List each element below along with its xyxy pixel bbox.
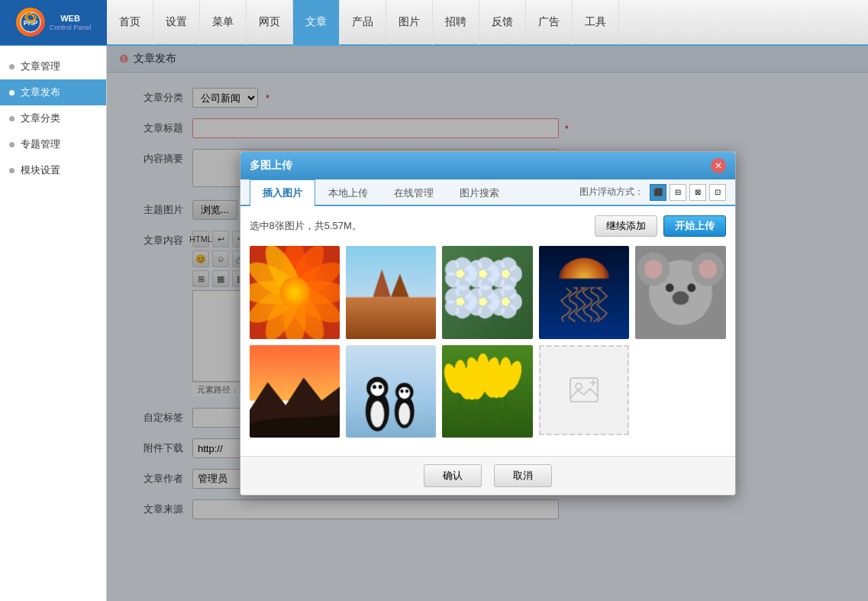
main-layout: 文章管理 文章发布 文章分类 专题管理 模块设置 ❶ 文章发布 文 <box>0 46 868 601</box>
main-content: ❶ 文章发布 文章分类 公司新闻 * 文章标题 * <box>107 46 868 601</box>
nav-item-ad[interactable]: 广告 <box>526 0 573 45</box>
nav-item-settings[interactable]: 设置 <box>153 0 200 45</box>
nav-item-menu[interactable]: 菜单 <box>200 0 247 45</box>
continue-add-button[interactable]: 继续添加 <box>595 215 657 237</box>
modal-tab-online[interactable]: 在线管理 <box>381 179 447 206</box>
modal-tab-upload[interactable]: 本地上传 <box>315 179 381 206</box>
float-btn-small[interactable]: ⊟ <box>670 184 686 201</box>
modal-tab-insert[interactable]: 插入图片 <box>250 179 315 206</box>
logo: PHP WEB Control Panel <box>0 0 107 45</box>
image-cell-7[interactable] <box>346 345 436 438</box>
top-navigation: PHP WEB Control Panel 首页 设置 菜单 网页 文章 产品 … <box>0 0 868 46</box>
sidebar-item-topic-manage[interactable]: 专题管理 <box>0 131 106 157</box>
nav-item-webpage[interactable]: 网页 <box>247 0 293 45</box>
sidebar-dot <box>9 64 15 69</box>
image-cell-8[interactable] <box>442 345 532 438</box>
image-thumb-2 <box>346 246 436 338</box>
confirm-button[interactable]: 确认 <box>424 464 482 487</box>
multi-upload-modal: 多图上传 ✕ 插入图片 本地上传 在线管理 图片搜索 图片浮动方式： ⬛ ⊟ <box>240 151 736 496</box>
nav-item-product[interactable]: 产品 <box>340 0 386 45</box>
float-mode-toolbar: 图片浮动方式： ⬛ ⊟ ⊠ ⊡ <box>570 179 735 205</box>
image-cell-placeholder[interactable] <box>539 345 629 438</box>
image-thumb-3 <box>442 246 532 338</box>
nav-menu: 首页 设置 菜单 网页 文章 产品 图片 招聘 反馈 广告 工具 <box>107 0 619 45</box>
modal-header: 多图上传 ✕ <box>240 152 735 179</box>
nav-item-image[interactable]: 图片 <box>386 0 433 45</box>
sidebar-label-article-manage: 文章管理 <box>21 60 60 73</box>
sidebar-label-module-settings: 模块设置 <box>21 163 60 177</box>
logo-subtitle: Control Panel <box>50 24 92 31</box>
sidebar-item-article-category[interactable]: 文章分类 <box>0 105 106 131</box>
image-thumb-7 <box>346 345 436 438</box>
modal-close-button[interactable]: ✕ <box>711 158 726 173</box>
sidebar-item-article-manage[interactable]: 文章管理 <box>0 53 106 79</box>
image-thumb-6 <box>250 345 340 438</box>
modal-overlay: 多图上传 ✕ 插入图片 本地上传 在线管理 图片搜索 图片浮动方式： ⬛ ⊟ <box>107 46 868 601</box>
sidebar: 文章管理 文章发布 文章分类 专题管理 模块设置 <box>0 46 107 601</box>
modal-tab-search[interactable]: 图片搜索 <box>447 179 512 206</box>
float-btn-large[interactable]: ⊡ <box>709 184 726 201</box>
modal-body: 选中8张图片，共5.57M。 继续添加 开始上传 <box>240 206 735 456</box>
float-label: 图片浮动方式： <box>579 186 644 199</box>
logo-title: WEB <box>50 13 92 24</box>
info-row: 选中8张图片，共5.57M。 继续添加 开始上传 <box>250 215 726 237</box>
nav-item-recruit[interactable]: 招聘 <box>433 0 479 45</box>
nav-item-tool[interactable]: 工具 <box>573 0 619 45</box>
logo-icon: PHP <box>16 8 45 37</box>
image-placeholder <box>539 345 629 435</box>
image-thumb-1 <box>250 246 340 338</box>
sidebar-dot <box>9 116 15 121</box>
nav-item-article[interactable]: 文章 <box>293 0 340 45</box>
image-thumb-8 <box>442 345 532 438</box>
image-cell-3[interactable] <box>442 246 532 338</box>
sidebar-label-topic-manage: 专题管理 <box>21 137 60 151</box>
image-cell-1[interactable] <box>250 246 340 338</box>
modal-title: 多图上传 <box>250 159 292 173</box>
image-cell-2[interactable] <box>346 246 436 338</box>
image-cell-4[interactable] <box>539 246 629 338</box>
sidebar-dot <box>9 142 15 147</box>
sidebar-label-article-publish: 文章发布 <box>21 86 60 99</box>
sidebar-dot <box>9 168 15 173</box>
sidebar-dot-active <box>9 90 15 95</box>
image-cell-6[interactable] <box>250 345 340 438</box>
modal-tabs: 插入图片 本地上传 在线管理 图片搜索 <box>240 179 521 205</box>
sidebar-label-article-category: 文章分类 <box>21 111 60 125</box>
images-grid <box>250 246 726 438</box>
cancel-button[interactable]: 取消 <box>494 464 552 487</box>
float-btn-block[interactable]: ⬛ <box>650 184 666 201</box>
sidebar-item-article-publish[interactable]: 文章发布 <box>0 79 106 105</box>
image-thumb-5 <box>635 246 725 338</box>
image-thumb-4 <box>539 246 629 338</box>
float-btn-medium[interactable]: ⊠ <box>689 184 706 201</box>
sidebar-item-module-settings[interactable]: 模块设置 <box>0 157 106 183</box>
nav-item-home[interactable]: 首页 <box>107 0 153 45</box>
selected-info: 选中8张图片，共5.57M。 <box>250 219 362 233</box>
image-cell-5[interactable] <box>635 246 725 338</box>
svg-point-5 <box>576 383 582 389</box>
modal-footer: 确认 取消 <box>240 456 735 495</box>
nav-item-feedback[interactable]: 反馈 <box>479 0 526 45</box>
start-upload-button[interactable]: 开始上传 <box>663 215 726 237</box>
